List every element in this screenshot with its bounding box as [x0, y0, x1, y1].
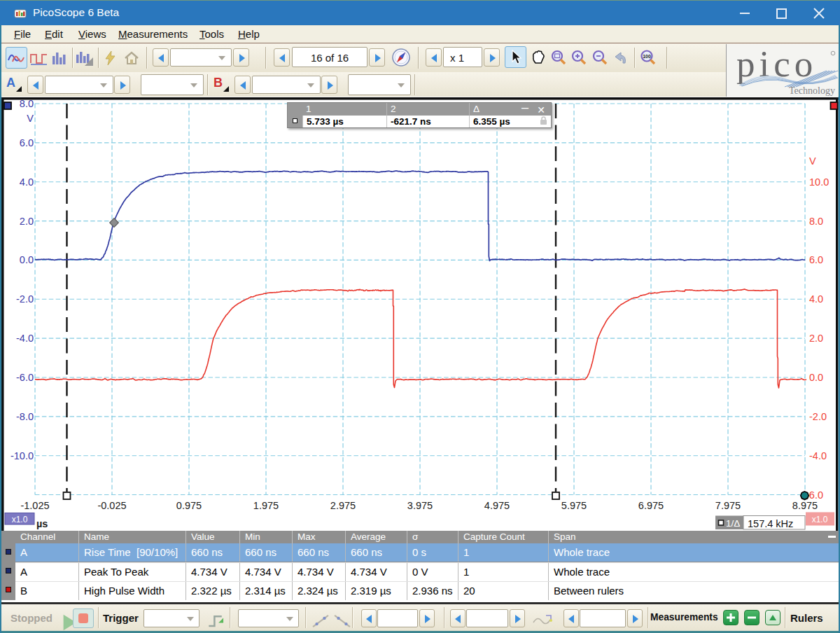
- svg-text:2.0: 2.0: [809, 333, 823, 344]
- svg-text:0.0: 0.0: [20, 254, 34, 265]
- svg-text:V: V: [27, 113, 34, 124]
- svg-text:6.975: 6.975: [638, 500, 664, 511]
- svg-text:6.0: 6.0: [809, 254, 823, 265]
- svg-text:Technology: Technology: [789, 85, 835, 96]
- svg-text:1/Δ: 1/Δ: [726, 518, 740, 529]
- svg-text:1.975: 1.975: [253, 500, 279, 511]
- svg-text:V: V: [809, 155, 816, 167]
- svg-text:157.4 kHz: 157.4 kHz: [748, 518, 793, 529]
- svg-text:2.975: 2.975: [330, 500, 356, 511]
- svg-text:8.975: 8.975: [792, 500, 818, 511]
- svg-text:100: 100: [643, 54, 651, 59]
- svg-text:x1.0: x1.0: [12, 515, 28, 524]
- svg-text:3.975: 3.975: [407, 500, 433, 511]
- svg-text:-2.0: -2.0: [809, 411, 827, 422]
- svg-text:x1.0: x1.0: [812, 515, 828, 524]
- svg-text:µs: µs: [36, 518, 48, 529]
- svg-text:0.975: 0.975: [176, 500, 202, 511]
- svg-text:8.0: 8.0: [20, 98, 34, 109]
- svg-text:8.0: 8.0: [809, 216, 823, 227]
- svg-text:7.975: 7.975: [715, 500, 741, 511]
- svg-text:-4.0: -4.0: [16, 333, 34, 344]
- svg-text:5.975: 5.975: [561, 500, 587, 511]
- svg-text:2.0: 2.0: [20, 216, 34, 227]
- svg-text:-8.0: -8.0: [16, 411, 34, 422]
- svg-text:-1.025: -1.025: [20, 500, 49, 511]
- svg-text:0.0: 0.0: [809, 372, 823, 383]
- svg-text:10.0: 10.0: [809, 176, 829, 188]
- svg-text:-10.0: -10.0: [10, 450, 34, 461]
- svg-text:4.975: 4.975: [484, 500, 510, 511]
- svg-text:-6.0: -6.0: [16, 372, 34, 383]
- svg-text:pico: pico: [736, 44, 817, 84]
- svg-text:-2.0: -2.0: [16, 293, 34, 305]
- svg-text:-0.025: -0.025: [97, 500, 126, 511]
- svg-text:-4.0: -4.0: [809, 450, 827, 461]
- svg-text:4.0: 4.0: [20, 176, 34, 188]
- svg-text:6.0: 6.0: [20, 137, 34, 148]
- svg-text:4.0: 4.0: [809, 293, 823, 305]
